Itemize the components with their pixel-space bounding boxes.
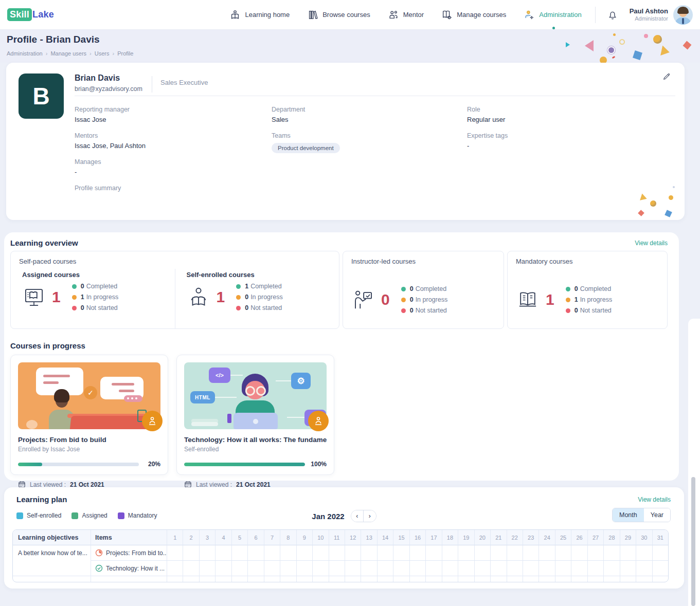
plan-day-cell[interactable] xyxy=(216,545,231,561)
toggle-year[interactable]: Year xyxy=(644,508,670,522)
plan-day-cell[interactable] xyxy=(248,561,264,576)
learning-plan-view-details[interactable]: View details xyxy=(638,496,671,503)
plan-day-cell[interactable] xyxy=(571,561,587,576)
previous-month-button[interactable]: ‹ xyxy=(351,510,364,522)
plan-day-cell[interactable] xyxy=(442,545,458,561)
plan-day-cell[interactable] xyxy=(297,545,313,561)
plan-day-cell[interactable] xyxy=(248,545,264,561)
plan-day-cell[interactable] xyxy=(264,545,280,561)
nav-learning-home[interactable]: Learning home xyxy=(229,9,290,21)
plan-day-cell[interactable] xyxy=(345,545,361,561)
plan-day-cell[interactable] xyxy=(523,561,539,576)
plan-day-cell[interactable] xyxy=(555,545,571,561)
plan-day-cell[interactable] xyxy=(297,561,313,576)
plan-day-cell[interactable] xyxy=(313,545,329,561)
plan-day-cell[interactable] xyxy=(442,561,458,576)
nav-browse-courses[interactable]: Browse courses xyxy=(307,9,370,21)
plan-day-cell[interactable] xyxy=(167,561,183,576)
plan-day-cell[interactable] xyxy=(620,545,636,561)
item-cell[interactable]: Technology: How it ... xyxy=(91,561,167,576)
toggle-month[interactable]: Month xyxy=(613,508,644,522)
plan-day-cell[interactable] xyxy=(426,561,442,576)
plan-day-cell[interactable] xyxy=(507,545,523,561)
plan-day-cell[interactable] xyxy=(410,561,426,576)
breadcrumb-manage-users[interactable]: Manage users xyxy=(50,50,91,57)
plan-day-cell[interactable] xyxy=(539,545,555,561)
plan-day-cell[interactable] xyxy=(653,561,668,576)
plan-day-cell[interactable] xyxy=(345,561,361,576)
plan-day-cell[interactable] xyxy=(458,545,474,561)
nav-divider xyxy=(595,7,596,23)
plan-day-cell[interactable] xyxy=(636,561,652,576)
plan-day-cell[interactable] xyxy=(555,561,571,576)
plan-day-cell[interactable] xyxy=(491,545,507,561)
plan-day-cell[interactable] xyxy=(410,545,426,561)
plan-day-cell[interactable] xyxy=(426,545,442,561)
plan-day-cell[interactable] xyxy=(361,561,377,576)
plan-day-cell[interactable] xyxy=(636,545,652,561)
breadcrumb-administration[interactable]: Administration xyxy=(7,50,47,57)
plan-day-header: 17 xyxy=(426,530,442,545)
breadcrumb-users[interactable]: Users xyxy=(95,50,114,57)
nav-administration[interactable]: Administration xyxy=(524,9,581,21)
plan-day-cell[interactable] xyxy=(475,561,491,576)
plan-day-cell xyxy=(458,576,474,582)
plan-day-cell[interactable] xyxy=(264,561,280,576)
plan-day-header: 24 xyxy=(539,530,555,545)
plan-day-cell[interactable] xyxy=(183,561,199,576)
user-menu[interactable]: Paul Ashton Administrator xyxy=(630,5,693,25)
plan-day-cell xyxy=(523,576,539,582)
item-cell[interactable]: Projects: From bid to... xyxy=(91,545,167,561)
user-avatar[interactable] xyxy=(673,5,693,25)
skilllake-logo[interactable]: SkillLake xyxy=(7,8,54,21)
notifications-bell-icon[interactable] xyxy=(607,9,618,21)
plan-day-cell[interactable] xyxy=(620,561,636,576)
plan-day-cell[interactable] xyxy=(378,561,393,576)
course-card-technology[interactable]: </> HTML ⚙ Technology: How it all works:… xyxy=(176,355,334,475)
plan-day-cell[interactable] xyxy=(183,545,199,561)
course-card-projects[interactable]: ✓ Projects: From bid to build Enrolled b… xyxy=(10,355,168,475)
plan-day-cell[interactable] xyxy=(313,561,329,576)
plan-day-cell[interactable] xyxy=(393,545,409,561)
profile-fields: Reporting manager Issac Jose Mentors Iss… xyxy=(75,106,664,210)
nav-manage-courses[interactable]: Manage courses xyxy=(441,9,506,21)
edit-profile-icon[interactable] xyxy=(662,72,671,81)
plan-day-cell[interactable] xyxy=(523,545,539,561)
course-title: Projects: From bid to build xyxy=(18,436,160,444)
plan-day-cell[interactable] xyxy=(200,561,216,576)
items-header: Items xyxy=(91,530,167,545)
plan-day-cell[interactable] xyxy=(393,561,409,576)
completed-dot xyxy=(566,287,570,291)
plan-day-cell[interactable] xyxy=(507,561,523,576)
plan-day-cell[interactable] xyxy=(539,561,555,576)
breadcrumb: Administration Manage users Users Profil… xyxy=(7,50,133,57)
plan-day-cell[interactable] xyxy=(378,545,393,561)
plan-day-cell[interactable] xyxy=(653,545,668,561)
assigned-courses-title: Assigned courses xyxy=(22,271,170,279)
plan-day-cell[interactable] xyxy=(200,545,216,561)
field-teams: Teams Product development xyxy=(272,132,467,153)
plan-day-cell[interactable] xyxy=(458,561,474,576)
plan-day-cell[interactable] xyxy=(167,545,183,561)
plan-day-header: 16 xyxy=(410,530,426,545)
scrollbar-thumb[interactable] xyxy=(691,477,695,606)
plan-day-cell[interactable] xyxy=(604,561,620,576)
plan-day-cell[interactable] xyxy=(232,561,248,576)
nav-mentor[interactable]: Mentor xyxy=(388,9,424,21)
learning-overview-view-details[interactable]: View details xyxy=(635,240,668,247)
next-month-button[interactable]: › xyxy=(364,510,376,522)
plan-day-cell[interactable] xyxy=(280,545,296,561)
plan-day-cell[interactable] xyxy=(329,561,345,576)
plan-day-cell[interactable] xyxy=(491,561,507,576)
plan-day-cell[interactable] xyxy=(232,545,248,561)
plan-day-cell[interactable] xyxy=(329,545,345,561)
plan-day-cell[interactable] xyxy=(588,561,604,576)
plan-day-cell[interactable] xyxy=(588,545,604,561)
plan-day-cell[interactable] xyxy=(475,545,491,561)
plan-day-cell[interactable] xyxy=(280,561,296,576)
item-cell xyxy=(91,576,167,582)
plan-day-cell[interactable] xyxy=(571,545,587,561)
plan-day-cell[interactable] xyxy=(361,545,377,561)
plan-day-cell[interactable] xyxy=(604,545,620,561)
plan-day-cell[interactable] xyxy=(216,561,231,576)
